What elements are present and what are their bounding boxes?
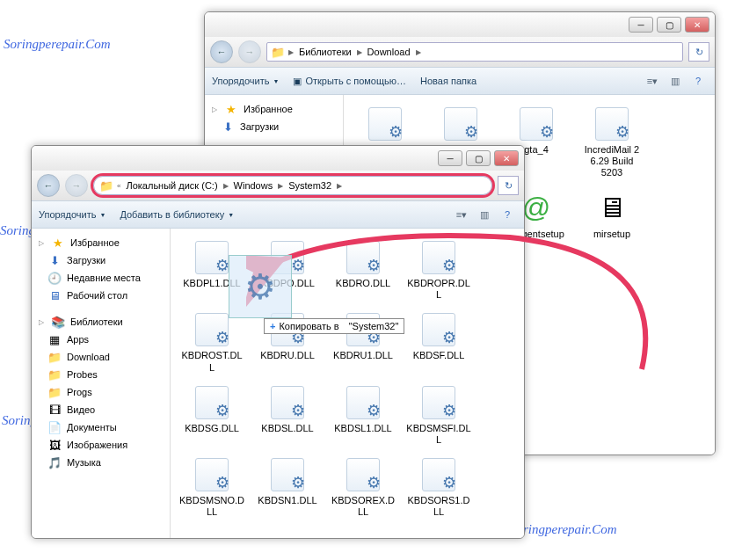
breadcrumb[interactable]: Windows xyxy=(232,180,275,191)
sidebar-favorites[interactable]: ▷★Избранное xyxy=(35,234,166,251)
view-options-icon[interactable]: ≡▾ xyxy=(643,71,662,91)
star-icon: ★ xyxy=(51,236,65,250)
maximize-button[interactable]: ▢ xyxy=(466,150,491,166)
address-bar-highlighted[interactable]: 📁 « Локальный диск (C:) ▶ Windows ▶ Syst… xyxy=(93,176,492,195)
help-icon[interactable]: ? xyxy=(498,205,517,224)
file-item[interactable]: KBDROST.DLL xyxy=(178,308,246,376)
file-item[interactable]: KBDSL.DLL xyxy=(253,381,322,449)
file-item[interactable]: KBDPO.DLL xyxy=(253,236,322,304)
address-bar[interactable]: 📁 ▶ Библиотеки ▶ Download ▶ xyxy=(266,42,683,62)
app-icon: 🖥 xyxy=(598,192,626,224)
chevron-right-icon: ▶ xyxy=(278,182,283,190)
organize-menu[interactable]: Упорядочить▼ xyxy=(39,209,105,220)
toolbar: Упорядочить▼ Добавить в библиотеку▼ ≡▾ ▥… xyxy=(32,200,524,229)
file-item[interactable]: KBDSOREX.DLL xyxy=(329,453,397,521)
file-item[interactable]: KBDROPR.DLL xyxy=(404,236,473,304)
minimize-button[interactable]: ─ xyxy=(438,150,462,166)
chevron-right-icon: ▶ xyxy=(337,182,342,190)
sidebar-item-desktop[interactable]: 🖥Рабочий стол xyxy=(35,287,166,304)
file-item[interactable]: KBDPL1.DLL xyxy=(178,236,246,304)
refresh-button[interactable]: ↻ xyxy=(498,176,519,195)
nav-bar: ← → 📁 « Локальный диск (C:) ▶ Windows ▶ … xyxy=(32,171,524,200)
sidebar-item-downloads[interactable]: ⬇Загрузки xyxy=(208,118,339,135)
folder-icon: 📁 xyxy=(47,385,62,399)
watermark: Soringperepair.Com xyxy=(510,522,617,537)
breadcrumb[interactable]: Локальный диск (C:) xyxy=(124,180,219,191)
back-button[interactable]: ← xyxy=(210,40,233,63)
file-item[interactable]: 🖥mirsetup xyxy=(578,186,646,255)
explorer-window-system32: ─ ▢ ✕ ← → 📁 « Локальный диск (C:) ▶ Wind… xyxy=(31,145,525,539)
chevron-left-icon: « xyxy=(117,182,120,190)
dll-icon xyxy=(346,241,380,274)
folder-icon: 📁 xyxy=(99,178,113,193)
forward-button[interactable]: → xyxy=(65,174,88,197)
sidebar-item[interactable]: ▦Apps xyxy=(35,331,166,348)
documents-icon: 📄 xyxy=(47,420,62,434)
breadcrumb[interactable]: Библиотеки xyxy=(297,47,353,57)
dll-icon xyxy=(346,458,380,491)
view-options-icon[interactable]: ≡▾ xyxy=(452,205,471,224)
sidebar-item-downloads[interactable]: ⬇Загрузки xyxy=(35,251,166,269)
chevron-right-icon: ▶ xyxy=(357,48,362,56)
new-folder-button[interactable]: Новая папка xyxy=(420,76,476,86)
organize-menu[interactable]: Упорядочить▼ xyxy=(212,76,279,86)
file-item[interactable]: KBDSF.DLL xyxy=(404,308,473,376)
chevron-right-icon: ▶ xyxy=(223,182,229,190)
sidebar-item[interactable]: 🖼Изображения xyxy=(35,436,166,454)
file-item[interactable]: KBDSG.DLL xyxy=(178,381,246,449)
star-icon: ★ xyxy=(224,102,238,116)
file-item[interactable]: KBDSORS1.DLL xyxy=(404,453,473,521)
watermark: Soringperepair.Com xyxy=(4,37,111,52)
forward-button[interactable]: → xyxy=(238,40,261,63)
sidebar-item-recent[interactable]: 🕘Недавние места xyxy=(35,269,166,287)
downloads-icon: ⬇ xyxy=(221,120,235,134)
preview-pane-icon[interactable]: ▥ xyxy=(666,71,685,91)
breadcrumb[interactable]: Download xyxy=(366,47,412,57)
nav-bar: ← → 📁 ▶ Библиотеки ▶ Download ▶ ↻ xyxy=(205,37,715,67)
open-with-menu[interactable]: ▣Открыть с помощью… xyxy=(293,76,406,87)
file-item[interactable]: KBDRO.DLL xyxy=(329,236,397,304)
drag-tooltip: + Копировать в "System32" xyxy=(264,318,404,334)
close-button[interactable]: ✕ xyxy=(685,17,709,33)
breadcrumb[interactable]: System32 xyxy=(287,180,333,191)
file-item[interactable]: KBDSN1.DLL xyxy=(253,453,322,521)
dll-icon xyxy=(271,386,304,419)
app-icon xyxy=(595,107,629,141)
dll-icon xyxy=(346,386,380,419)
folder-icon: 📁 xyxy=(47,350,62,364)
sidebar-item[interactable]: 📄Документы xyxy=(35,418,166,436)
content-area: ▷★Избранное ⬇Загрузки 🕘Недавние места 🖥Р… xyxy=(32,229,524,538)
file-item[interactable]: KBDSMSNO.DLL xyxy=(178,453,246,521)
close-button[interactable]: ✕ xyxy=(494,150,519,166)
maximize-button[interactable]: ▢ xyxy=(657,17,681,33)
dll-icon xyxy=(195,313,229,346)
file-item[interactable]: KBDSMSFI.DLL xyxy=(404,381,473,449)
plus-icon: + xyxy=(270,321,275,331)
file-item[interactable]: IncrediMail 2 6.29 Build 5203 xyxy=(578,102,646,183)
refresh-button[interactable]: ↻ xyxy=(688,42,709,62)
add-to-library-menu[interactable]: Добавить в библиотеку▼ xyxy=(120,209,234,220)
sidebar-item[interactable]: 📁Progs xyxy=(35,383,166,401)
dll-icon xyxy=(195,241,229,274)
sidebar-item[interactable]: 🎵Музыка xyxy=(35,454,166,471)
file-list[interactable]: KBDPL1.DLLKBDPO.DLLKBDRO.DLLKBDROPR.DLLK… xyxy=(171,229,524,538)
sidebar-item[interactable]: 📁Download xyxy=(35,348,166,366)
dll-icon xyxy=(422,241,455,274)
minimize-button[interactable]: ─ xyxy=(629,17,653,33)
sidebar-favorites[interactable]: ▷★Избранное xyxy=(208,100,339,118)
preview-pane-icon[interactable]: ▥ xyxy=(475,205,494,224)
toolbar: Упорядочить▼ ▣Открыть с помощью… Новая п… xyxy=(205,67,715,95)
folder-icon: ▦ xyxy=(47,332,62,346)
sidebar-libraries[interactable]: ▷📚Библиотеки xyxy=(35,313,166,331)
back-button[interactable]: ← xyxy=(37,174,60,197)
dll-icon xyxy=(195,386,229,419)
titlebar: ─ ▢ ✕ xyxy=(205,12,715,37)
desktop-icon: 🖥 xyxy=(47,288,62,302)
file-item[interactable]: KBDSL1.DLL xyxy=(329,381,397,449)
dll-icon xyxy=(422,313,455,346)
chevron-right-icon: ▶ xyxy=(288,48,294,56)
help-icon[interactable]: ? xyxy=(688,71,708,91)
sidebar-item[interactable]: 🎞Видео xyxy=(35,401,166,418)
dll-icon xyxy=(422,458,455,491)
sidebar-item[interactable]: 📁Probes xyxy=(35,366,166,383)
